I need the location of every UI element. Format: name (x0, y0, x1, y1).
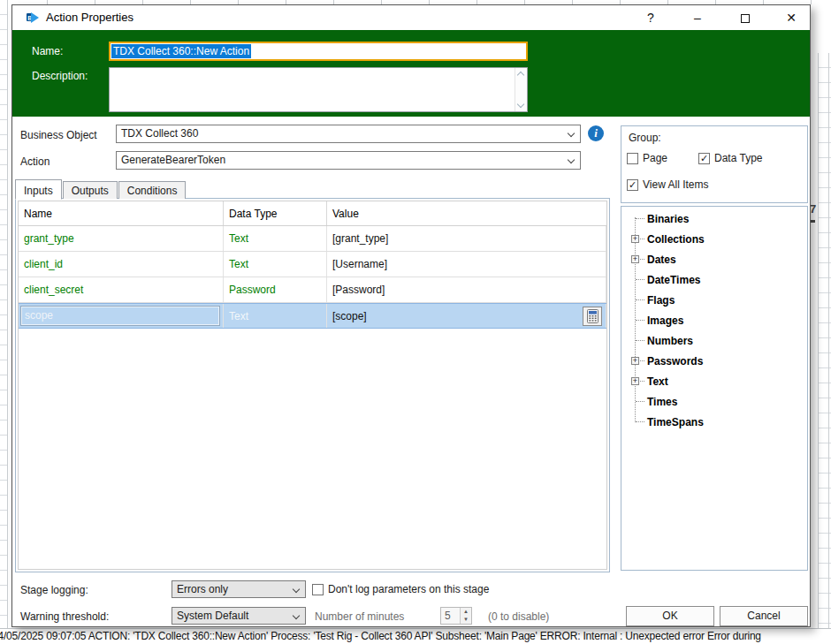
tree-item-binaries[interactable]: Binaries (621, 208, 807, 229)
param-datatype-cell[interactable]: Text (224, 252, 327, 277)
tree-item-label: Numbers (647, 335, 693, 347)
tree-item-dates[interactable]: +Dates (621, 249, 807, 269)
expand-plus-icon[interactable]: + (631, 255, 639, 263)
minimize-icon[interactable]: – (682, 5, 713, 30)
spinner-up-icon[interactable]: ▲ (461, 608, 471, 616)
action-combo[interactable]: GenerateBearerToken (116, 151, 581, 170)
column-header-datatype[interactable]: Data Type (224, 201, 327, 225)
tree-item-text[interactable]: +Text (621, 371, 807, 391)
table-row-client_id[interactable]: client_idText[Username] (19, 252, 606, 277)
checkbox-view-all-items[interactable]: ✓ View All Items (627, 178, 708, 191)
table-row-scope[interactable]: scopeText[scope] (19, 303, 606, 329)
param-name-editbox[interactable]: scope (20, 306, 220, 326)
tree-item-images[interactable]: Images (621, 310, 807, 330)
param-name-cell[interactable]: scope (19, 304, 224, 328)
dont-log-checkbox-label: Don't log parameters on this stage (328, 583, 489, 595)
inputs-panel: Name Data Type Value grant_typeText[gran… (15, 198, 610, 572)
background-cell-text: 7 (810, 202, 816, 216)
data-type-checkbox[interactable]: ✓ (698, 153, 710, 164)
chevron-down-icon (293, 612, 300, 619)
column-header-name[interactable]: Name (19, 201, 224, 225)
param-value-cell[interactable]: [Username] (327, 252, 606, 277)
tree-item-flags[interactable]: Flags (621, 290, 807, 310)
spinner-down-icon[interactable]: ▼ (461, 616, 471, 624)
tree-item-times[interactable]: Times (621, 391, 807, 412)
view-all-items-checkbox-label: View All Items (643, 178, 708, 191)
tab-outputs[interactable]: Outputs (63, 181, 118, 199)
param-name-cell[interactable]: grant_type (19, 226, 224, 251)
scroll-down-icon[interactable] (517, 101, 524, 108)
maximize-icon[interactable] (730, 5, 760, 30)
scroll-up-icon[interactable] (517, 72, 524, 79)
tree-item-label: Flags (647, 294, 675, 307)
expand-plus-icon[interactable]: + (631, 357, 639, 365)
param-datatype-cell[interactable]: Password (224, 277, 327, 302)
warning-threshold-combo[interactable]: System Default (172, 607, 306, 625)
tree-item-passwords[interactable]: +Passwords (621, 351, 807, 371)
expand-plus-icon[interactable]: + (631, 235, 639, 243)
tree-branch-line (636, 401, 644, 402)
description-scrollbar[interactable] (515, 68, 527, 111)
tree-item-label: Dates (647, 254, 676, 266)
tree-item-timespans[interactable]: TimeSpans (621, 412, 807, 432)
page-checkbox[interactable] (627, 153, 638, 164)
stage-logging-label: Stage logging: (20, 584, 88, 596)
column-header-value[interactable]: Value (327, 201, 606, 225)
tree-branch-line (636, 279, 644, 280)
param-name-cell[interactable]: client_id (19, 252, 224, 277)
param-datatype-cell[interactable]: Text (224, 304, 327, 328)
tree-branch-line (636, 218, 644, 219)
expand-plus-icon[interactable]: + (631, 377, 639, 385)
stage-logging-value: Errors only (177, 583, 228, 595)
close-icon[interactable]: ✕ (776, 5, 806, 30)
chevron-down-icon (293, 586, 300, 593)
checkbox-data-type[interactable]: ✓ Data Type (698, 152, 762, 164)
table-row-grant_type[interactable]: grant_typeText[grant_type] (19, 226, 606, 252)
stage-logging-combo[interactable]: Errors only (172, 580, 306, 598)
param-value-cell[interactable]: [scope] (327, 304, 606, 328)
checkbox-page[interactable]: Page (627, 152, 667, 164)
param-datatype-cell[interactable]: Text (224, 226, 327, 251)
tree-item-label: Images (647, 314, 683, 327)
name-label: Name: (32, 45, 63, 57)
warning-threshold-value: System Default (177, 610, 248, 622)
param-value-cell[interactable]: [grant_type] (327, 226, 606, 251)
business-object-label: Business Object (20, 129, 97, 141)
param-name-cell[interactable]: client_secret (19, 277, 224, 302)
tree-item-label: TimeSpans (647, 416, 704, 428)
ok-button[interactable]: OK (626, 606, 714, 626)
checkbox-dont-log[interactable]: Don't log parameters on this stage (312, 583, 489, 595)
tree-item-label: Passwords (647, 355, 703, 367)
blueprism-icon: B (26, 11, 40, 25)
background-cell-mark (811, 220, 815, 223)
calculator-icon[interactable] (583, 307, 602, 326)
dont-log-checkbox[interactable] (312, 584, 324, 595)
maximize-glyph (741, 14, 750, 23)
cancel-button[interactable]: Cancel (720, 606, 808, 626)
tabs-bar: InputsOutputsConditions (15, 178, 187, 199)
table-row-client_secret[interactable]: client_secretPassword[Password] (19, 277, 606, 303)
minutes-spinner[interactable]: 5 ▲ ▼ (440, 607, 472, 625)
tree-item-numbers[interactable]: Numbers (621, 330, 807, 351)
tree-item-label: Text (647, 375, 668, 388)
status-divider-line (0, 628, 831, 629)
description-input[interactable] (109, 67, 528, 112)
status-log-text: 04/05/2025 09:07:05 ACTION: 'TDX Collect… (0, 630, 761, 642)
group-label: Group: (629, 132, 661, 144)
view-all-items-checkbox[interactable]: ✓ (627, 179, 638, 191)
minutes-value[interactable]: 5 (441, 608, 460, 624)
name-input[interactable]: TDX Collect 360::New Action (109, 42, 528, 61)
tree-item-collections[interactable]: +Collections (621, 229, 807, 249)
help-icon[interactable]: ? (636, 5, 666, 30)
tab-inputs[interactable]: Inputs (15, 179, 62, 200)
tree-branch-line (636, 320, 644, 321)
title-bar[interactable]: B Action Properties ? – ✕ (12, 5, 810, 30)
spinner-buttons[interactable]: ▲ ▼ (460, 608, 471, 624)
tab-conditions[interactable]: Conditions (118, 181, 187, 199)
table-header: Name Data Type Value (19, 201, 606, 226)
tree-item-datetimes[interactable]: DateTimes (621, 269, 807, 290)
business-object-combo[interactable]: TDX Collect 360 (116, 125, 581, 143)
warning-threshold-label: Warning threshold: (20, 610, 109, 623)
param-value-cell[interactable]: [Password] (327, 277, 606, 302)
info-icon[interactable]: i (588, 125, 604, 141)
